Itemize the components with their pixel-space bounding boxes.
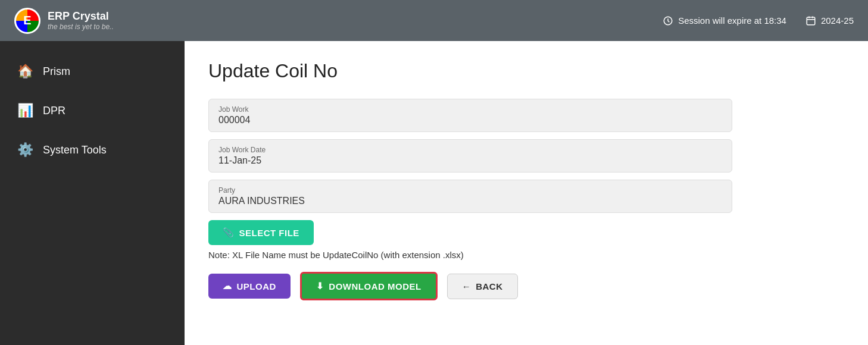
party-value: AURA INDUSTRIES — [218, 196, 722, 206]
job-work-date-field: Job Work Date 11-Jan-25 — [208, 139, 732, 172]
job-work-value: 000004 — [218, 115, 722, 126]
action-buttons: ☁ UPLOAD ⬇ DOWNLOAD MODEL ← BACK — [208, 272, 844, 300]
download-model-button[interactable]: ⬇ DOWNLOAD MODEL — [300, 272, 438, 300]
session-label: Session will expire at 18:34 — [678, 15, 786, 26]
upload-label: UPLOAD — [237, 281, 276, 291]
home-icon: 🏠 — [17, 64, 33, 79]
upload-button[interactable]: ☁ UPLOAD — [208, 274, 291, 299]
paperclip-icon: 📎 — [223, 227, 235, 238]
app-subtitle: the best is yet to be.. — [48, 23, 114, 31]
download-model-label: DOWNLOAD MODEL — [329, 281, 421, 291]
party-label: Party — [218, 186, 722, 195]
sidebar-item-system-tools[interactable]: ⚙️ System Tools — [0, 131, 185, 168]
sidebar-label-dpr: DPR — [43, 105, 65, 117]
header: E ERP Crystal the best is yet to be.. Se… — [0, 0, 868, 41]
select-file-row: 📎 SELECT FILE — [208, 220, 844, 245]
job-work-field: Job Work 000004 — [208, 99, 732, 132]
back-button[interactable]: ← BACK — [447, 274, 518, 299]
party-field: Party AURA INDUSTRIES — [208, 180, 732, 213]
logo-icon: E — [14, 8, 40, 34]
download-icon: ⬇ — [316, 281, 324, 291]
calendar-icon — [805, 15, 816, 26]
year-info: 2024-25 — [805, 15, 854, 26]
gear-icon: ⚙️ — [17, 142, 33, 158]
note-text: Note: XL File Name must be UpdateCoilNo … — [208, 250, 844, 260]
session-info: Session will expire at 18:34 — [663, 15, 786, 26]
page-title: Update Coil No — [208, 60, 844, 82]
main-content: Update Coil No Job Work 000004 Job Work … — [185, 41, 868, 345]
svg-rect-1 — [807, 17, 815, 25]
job-work-date-label: Job Work Date — [218, 146, 722, 154]
back-label: BACK — [476, 281, 502, 291]
upload-icon: ☁ — [223, 281, 232, 291]
sidebar-item-prism[interactable]: 🏠 Prism — [0, 53, 185, 90]
select-file-button[interactable]: 📎 SELECT FILE — [208, 220, 314, 245]
year-label: 2024-25 — [821, 15, 854, 26]
job-work-date-value: 11-Jan-25 — [218, 155, 722, 166]
sidebar-label-system-tools: System Tools — [43, 144, 107, 156]
app-name: ERP Crystal — [48, 10, 114, 23]
job-work-label: Job Work — [218, 105, 722, 114]
sidebar-label-prism: Prism — [43, 65, 70, 78]
sidebar: 🏠 Prism 📊 DPR ⚙️ System Tools — [0, 41, 185, 345]
clock-icon — [663, 15, 673, 26]
sidebar-item-dpr[interactable]: 📊 DPR — [0, 92, 185, 129]
select-file-label: SELECT FILE — [239, 228, 299, 238]
back-arrow-icon: ← — [462, 281, 472, 291]
layout: 🏠 Prism 📊 DPR ⚙️ System Tools Update Coi… — [0, 41, 868, 345]
logo: E ERP Crystal the best is yet to be.. — [14, 8, 114, 34]
bar-chart-icon: 📊 — [17, 103, 33, 118]
logo-text: ERP Crystal the best is yet to be.. — [48, 10, 114, 32]
header-right: Session will expire at 18:34 2024-25 — [663, 15, 854, 26]
